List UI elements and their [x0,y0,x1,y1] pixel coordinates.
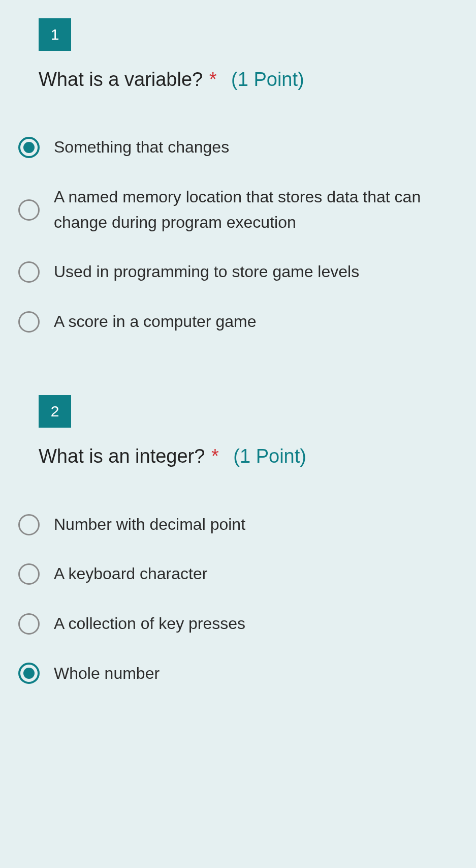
required-marker: * [211,445,219,467]
radio-option[interactable]: Number with decimal point [18,500,461,550]
option-label: A keyboard character [54,561,207,587]
question-block: 1 What is a variable? * (1 Point) Someth… [15,0,461,346]
option-label: Something that changes [54,135,229,160]
radio-icon [18,563,40,585]
question-header: 1 What is a variable? * (1 Point) [15,0,461,123]
radio-option[interactable]: A keyboard character [18,549,461,599]
question-title-line: What is a variable? * (1 Point) [39,67,437,92]
quiz-page: 1 What is a variable? * (1 Point) Someth… [0,0,476,739]
question-number-badge: 2 [39,395,71,428]
option-label: Number with decimal point [54,512,245,537]
option-label: Whole number [54,661,160,686]
points-label: (1 Point) [231,69,304,90]
radio-option[interactable]: Used in programming to store game levels [18,247,461,297]
radio-icon [18,199,40,221]
option-label: A score in a computer game [54,309,256,335]
question-title: What is an integer? [39,445,205,467]
required-marker: * [209,69,217,90]
radio-icon [18,663,40,684]
question-header: 2 What is an integer? * (1 Point) [15,377,461,499]
radio-icon [18,514,40,535]
options-group: Something that changes A named memory lo… [15,123,461,346]
radio-option[interactable]: A score in a computer game [18,297,461,347]
radio-icon [18,613,40,635]
option-label: Used in programming to store game levels [54,259,359,285]
radio-option[interactable]: A collection of key presses [18,599,461,649]
options-group: Number with decimal point A keyboard cha… [15,500,461,698]
radio-icon [18,311,40,333]
radio-option[interactable]: Whole number [18,649,461,699]
radio-option[interactable]: Something that changes [18,123,461,172]
radio-icon [18,137,40,158]
question-title: What is a variable? [39,69,203,90]
points-label: (1 Point) [233,445,306,467]
question-block: 2 What is an integer? * (1 Point) Number… [15,377,461,698]
question-number-badge: 1 [39,18,71,51]
radio-option[interactable]: A named memory location that stores data… [18,172,461,247]
option-label: A collection of key presses [54,611,245,637]
radio-icon [18,261,40,283]
option-label: A named memory location that stores data… [54,185,430,235]
question-title-line: What is an integer? * (1 Point) [39,444,437,469]
